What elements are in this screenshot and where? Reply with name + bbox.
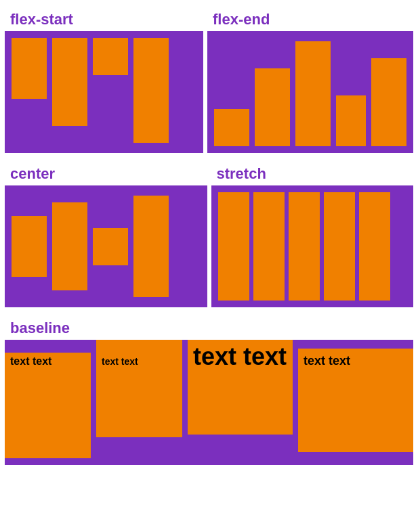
baseline-gap-2 [182,340,188,465]
baseline-item-3: text text [188,340,293,435]
baseline-item-4: text text [298,349,413,452]
baseline-text-3: text text [188,340,293,374]
flex-start-section: flex-start [5,5,203,153]
stretch-section: stretch [211,160,414,307]
baseline-demo: text text text text text text text text [5,340,413,465]
baseline-inner-2 [96,370,182,437]
flex-start-item-1 [12,38,47,99]
baseline-inner-3 [188,374,293,435]
center-label: center [5,160,207,185]
center-section: center [5,160,207,307]
baseline-item-1: text text [5,353,91,458]
stretch-label: stretch [211,160,414,185]
flex-end-item-2 [255,68,290,146]
flex-start-item-3 [93,38,128,75]
stretch-item-4 [324,192,355,301]
center-item-2 [52,202,87,290]
flex-end-label: flex-end [207,5,413,31]
center-demo [5,185,207,307]
baseline-text-1: text text [5,353,91,370]
center-item-1 [12,216,47,277]
baseline-gap-1 [91,340,96,465]
flex-end-item-4 [336,95,366,146]
flex-start-demo [5,31,203,153]
flex-end-item-1 [214,109,249,146]
baseline-inner-4 [298,371,413,452]
stretch-item-1 [218,192,249,301]
baseline-gap-3 [293,340,298,465]
flex-end-demo [207,31,413,153]
baseline-section: baseline text text text text text text [0,307,418,465]
stretch-item-5 [359,192,390,301]
baseline-text-2: text text [96,340,182,370]
flex-start-item-2 [52,38,87,126]
baseline-inner-1 [5,370,91,458]
flex-end-item-5 [371,58,406,146]
baseline-label: baseline [5,314,413,340]
flex-end-section: flex-end [207,5,413,153]
baseline-text-4: text text [298,349,413,371]
stretch-item-3 [289,192,320,301]
baseline-item-2: text text [96,340,182,437]
main-content: flex-start flex-end center [0,0,418,465]
flex-start-item-4 [133,38,169,143]
stretch-demo [211,185,414,307]
flex-end-item-3 [295,41,331,146]
center-item-4 [133,196,169,297]
stretch-item-2 [253,192,285,301]
flex-start-label: flex-start [5,5,203,31]
center-item-3 [93,228,128,265]
